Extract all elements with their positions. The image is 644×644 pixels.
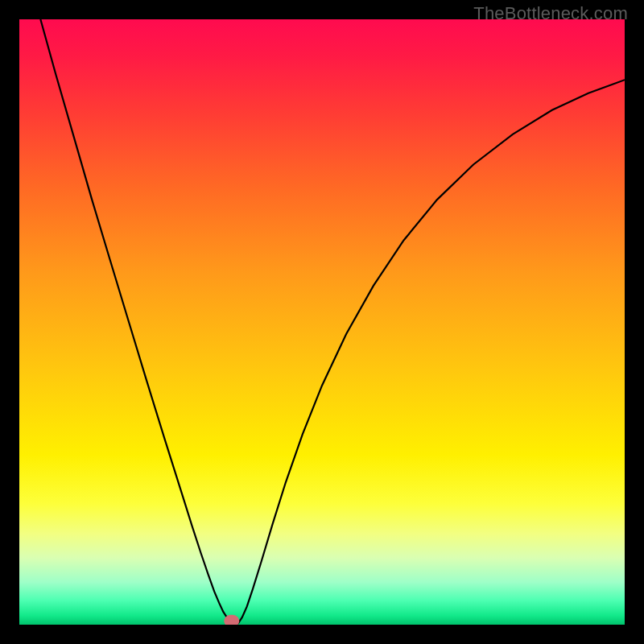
chart-stage: TheBottleneck.com [0,0,644,644]
plot-frame [19,19,625,625]
curve-right [236,80,625,625]
plot-area [19,19,625,625]
min-marker [224,615,240,625]
curve-layer [19,19,625,625]
curve-left [40,19,236,625]
